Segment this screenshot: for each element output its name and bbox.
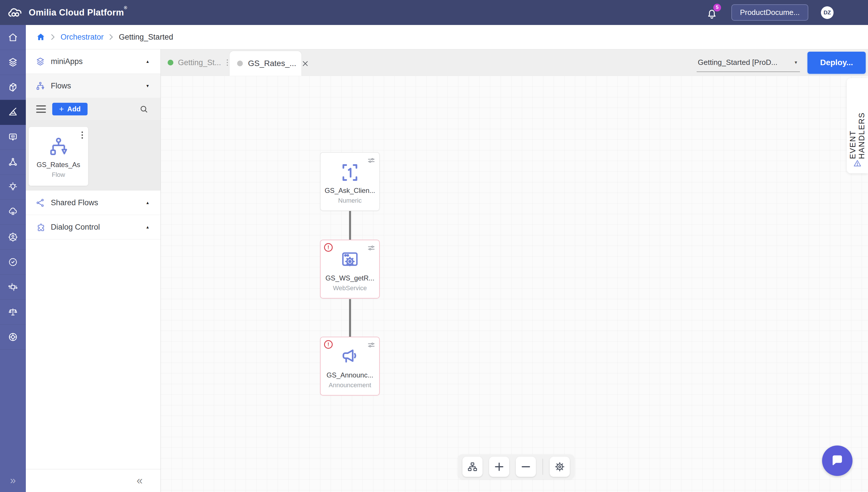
- deploy-controls: Getting_Started [ProD... ▾ Deploy...: [697, 49, 866, 76]
- canvas-column: Getting_St... GS_Rates_... Getting_Start…: [161, 49, 868, 492]
- node-settings-icon[interactable]: [367, 156, 376, 165]
- node-type: Announcement: [329, 382, 371, 389]
- section-flows[interactable]: Flows ▼: [26, 74, 160, 98]
- warning-icon: [853, 159, 862, 168]
- canvas-settings-button[interactable]: [550, 457, 570, 477]
- sidebar-item-assets[interactable]: [0, 75, 26, 100]
- panel-footer: «: [26, 469, 160, 492]
- breadcrumb-home-icon[interactable]: [36, 32, 45, 42]
- connector-line: [349, 299, 351, 337]
- toolbar-divider: [543, 459, 543, 475]
- sidebar-item-dialogs[interactable]: [0, 125, 26, 150]
- share-icon: [35, 198, 45, 207]
- sidebar-expand-button[interactable]: »: [0, 472, 26, 489]
- collapse-caret-icon[interactable]: ▲: [146, 59, 150, 64]
- sidebar-item-cloud-services[interactable]: [0, 200, 26, 225]
- sidebar-item-compliance[interactable]: [0, 300, 26, 325]
- verified-badge-icon: [8, 257, 18, 267]
- sidebar-item-support[interactable]: [0, 325, 26, 350]
- node-gs-ws-getrates[interactable]: ! GS_WS_getR... WebService: [320, 240, 380, 298]
- collapse-caret-icon[interactable]: ▲: [146, 200, 150, 205]
- puzzle-icon: [35, 222, 45, 232]
- flow-canvas[interactable]: GS_Ask_Clien... Numeric ! GS_WS_getR... …: [161, 76, 868, 492]
- flow-card-type: Flow: [52, 171, 65, 178]
- topbar: Omilia Cloud Platform® 5 ProductDocume..…: [0, 0, 868, 25]
- sidebar-item-orchestrator[interactable]: [0, 100, 26, 125]
- settings-icon: [554, 461, 565, 472]
- chat-button[interactable]: [822, 445, 852, 476]
- brand: Omilia Cloud Platform®: [7, 6, 127, 19]
- circuit-icon: [8, 282, 18, 292]
- tab-menu-icon[interactable]: [227, 59, 228, 66]
- avatar[interactable]: DZ: [821, 6, 834, 19]
- chevron-right-icon: [51, 34, 55, 40]
- deploy-button[interactable]: Deploy...: [808, 52, 866, 74]
- assets-icon: [8, 82, 18, 93]
- sidebar-item-miniapps[interactable]: [0, 50, 26, 75]
- breadcrumb: Orchestrator Getting_Started: [26, 25, 868, 49]
- chat-bubble-icon: [830, 453, 845, 468]
- node-gs-ask-client[interactable]: GS_Ask_Clien... Numeric: [320, 152, 380, 211]
- topbar-right: 5 ProductDocume... DZ: [705, 4, 834, 21]
- node-type: Numeric: [338, 197, 362, 204]
- zoom-in-button[interactable]: [489, 457, 509, 477]
- notifications-button[interactable]: 5: [705, 5, 719, 20]
- section-miniapps[interactable]: miniApps ▲: [26, 49, 160, 74]
- tab-status-dot-gray: [237, 60, 243, 66]
- environment-select[interactable]: Getting_Started [ProD... ▾: [697, 53, 800, 72]
- lightbulb-icon: [8, 182, 18, 192]
- sidebar-item-admin[interactable]: [0, 225, 26, 250]
- flow-card-gs-rates[interactable]: GS_Rates_As Flow: [29, 127, 88, 186]
- collapse-caret-icon[interactable]: ▲: [146, 225, 150, 229]
- node-title: GS_Ask_Clien...: [325, 187, 375, 195]
- flow-card-menu-icon[interactable]: [80, 130, 84, 140]
- hierarchy-layout-icon: [467, 461, 478, 472]
- sidebar-item-entities[interactable]: [0, 150, 26, 175]
- sidebar-item-insights[interactable]: [0, 175, 26, 200]
- close-icon[interactable]: [301, 60, 309, 68]
- sidebar-item-quality[interactable]: [0, 250, 26, 275]
- sidebar-item-integrations[interactable]: [0, 275, 26, 300]
- sidebar-item-home[interactable]: [0, 25, 26, 50]
- flows-menu-icon[interactable]: [36, 105, 46, 113]
- lifebuoy-icon: [8, 332, 18, 342]
- flows-panel: miniApps ▲ Flows ▼ +Add: [26, 49, 161, 492]
- section-shared-flows[interactable]: Shared Flows ▲: [26, 191, 160, 215]
- chevron-right-icon: [109, 34, 113, 40]
- breadcrumb-orchestrator-link[interactable]: Orchestrator: [60, 33, 104, 42]
- connector-line: [349, 211, 351, 240]
- auto-layout-button[interactable]: [463, 457, 482, 477]
- error-badge: !: [324, 340, 333, 349]
- node-gs-announcement[interactable]: ! GS_Announc... Announcement: [320, 337, 380, 396]
- app-root: Omilia Cloud Platform® 5 ProductDocume..…: [0, 0, 868, 492]
- node-settings-icon[interactable]: [367, 244, 376, 253]
- announcement-icon: [339, 346, 361, 368]
- miniapps-icon: [8, 57, 18, 68]
- icon-sidebar: »: [0, 25, 26, 492]
- cloud-services-icon: [8, 207, 18, 217]
- zoom-out-button[interactable]: [516, 457, 536, 477]
- organization-button[interactable]: ProductDocume...: [731, 4, 808, 21]
- node-type: WebService: [333, 285, 367, 292]
- tab-getting-started[interactable]: Getting_St...: [165, 49, 231, 76]
- app-title: Omilia Cloud Platform®: [29, 7, 127, 18]
- home-icon: [8, 32, 18, 43]
- flow-card-title: GS_Rates_As: [36, 161, 80, 169]
- node-settings-icon[interactable]: [367, 341, 376, 350]
- add-flow-button[interactable]: +Add: [52, 103, 88, 115]
- miniapps-layers-icon: [35, 57, 45, 66]
- tab-bar: Getting_St... GS_Rates_... Getting_Start…: [161, 49, 868, 76]
- webservice-icon: [339, 249, 361, 271]
- panel-collapse-button[interactable]: «: [137, 474, 143, 487]
- voice-dialog-icon: [8, 132, 18, 142]
- canvas-toolbar: [458, 454, 574, 479]
- network-triangle-icon: [8, 157, 18, 167]
- expand-caret-icon[interactable]: ▼: [146, 83, 150, 88]
- event-handlers-panel[interactable]: EVENT HANDLERS: [847, 78, 868, 173]
- flows-toolbar: +Add: [26, 98, 160, 120]
- node-title: GS_Announc...: [327, 371, 373, 379]
- scales-icon: [8, 307, 18, 317]
- search-icon[interactable]: [139, 104, 148, 114]
- tab-gs-rates[interactable]: GS_Rates_...: [230, 51, 301, 76]
- section-dialog-control[interactable]: Dialog Control ▲: [26, 215, 160, 239]
